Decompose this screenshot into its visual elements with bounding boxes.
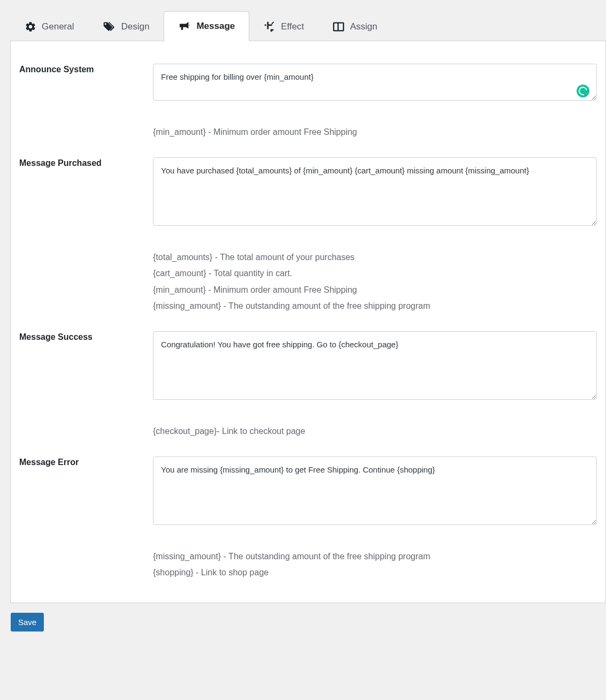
tab-effect[interactable]: Effect — [249, 11, 318, 41]
tab-label: Design — [121, 21, 149, 32]
hint-text: {total_amounts} - The total amount of yo… — [153, 249, 597, 315]
tab-label: Message — [196, 21, 235, 32]
tab-message[interactable]: Message — [164, 11, 249, 41]
tab-label: Assign — [350, 21, 377, 32]
field-label: Message Success — [19, 331, 153, 342]
field-label: Message Error — [19, 456, 153, 467]
tab-assign[interactable]: Assign — [318, 11, 392, 41]
field-message-error: Message Error {missing_amount} - The out… — [19, 456, 597, 581]
save-button[interactable]: Save — [11, 613, 44, 631]
settings-panel: Announce System Free shipping for billin… — [10, 41, 606, 603]
field-label: Announce System — [19, 64, 153, 74]
tags-icon — [103, 21, 116, 33]
tab-general[interactable]: General — [10, 11, 88, 41]
tab-label: Effect — [281, 21, 304, 32]
message-error-input[interactable] — [153, 456, 597, 525]
bullhorn-icon — [178, 20, 191, 32]
tab-bar: General Design Message Effect Assign — [10, 11, 606, 41]
message-success-input[interactable] — [153, 331, 597, 400]
field-announce-system: Announce System Free shipping for billin… — [19, 64, 597, 140]
announce-system-input[interactable]: Free shipping for billing over {min_amou… — [153, 64, 597, 101]
hint-text: {checkout_page}- Link to checkout page — [153, 423, 597, 439]
message-purchased-input[interactable] — [153, 157, 597, 226]
field-label: Message Purchased — [19, 157, 153, 168]
field-message-success: Message Success {checkout_page}- Link to… — [19, 331, 597, 439]
crop-icon — [264, 21, 275, 33]
gear-icon — [25, 21, 36, 33]
field-message-purchased: Message Purchased {total_amounts} - The … — [19, 157, 597, 314]
columns-icon — [333, 21, 344, 32]
hint-text: {min_amount} - Minimum order amount Free… — [153, 124, 597, 140]
hint-text: {missing_amount} - The outstanding amoun… — [153, 549, 597, 581]
tab-label: General — [42, 21, 74, 32]
grammarly-icon[interactable] — [577, 85, 589, 97]
tab-design[interactable]: Design — [88, 11, 164, 41]
